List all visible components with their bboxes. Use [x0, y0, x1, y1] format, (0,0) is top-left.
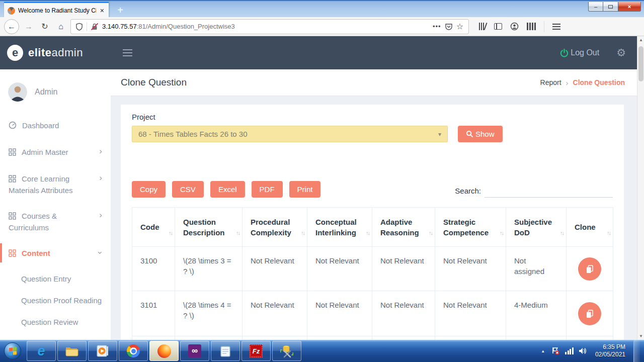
home-button[interactable]: ⌂	[54, 22, 67, 31]
sidebar-toggle-icon[interactable]	[494, 23, 502, 30]
column-header-question-description[interactable]: Question Description↑↓	[175, 208, 243, 247]
breadcrumb-parent[interactable]: Report	[540, 78, 561, 86]
bookmark-star-icon[interactable]: ☆	[456, 22, 464, 31]
scroll-up-icon[interactable]: ▲	[637, 36, 644, 44]
menu-hamburger-icon[interactable]	[552, 24, 560, 30]
copy-button[interactable]: Copy	[132, 181, 166, 198]
project-select[interactable]: 68 - Times Tables Facts 26 to 30 ▾	[132, 126, 448, 142]
brand-logo-icon: e	[7, 45, 23, 61]
browser-toolbar: ← → ↻ ⌂ 3.140.75.57:81/Admin/Question_Pr…	[0, 17, 644, 36]
media-player-icon	[96, 344, 109, 357]
sidebar-item-admin-master[interactable]: Admin Master ›	[0, 139, 111, 166]
sidebar-hamburger-icon[interactable]	[123, 49, 132, 56]
logout-button[interactable]: Log Out	[559, 48, 599, 58]
excel-button[interactable]: Excel	[210, 181, 245, 198]
column-header-strategic-competence[interactable]: Strategic Competence↑↓	[435, 208, 506, 247]
chevron-right-icon: ›	[99, 146, 102, 156]
sidebar-item-courses[interactable]: Courses & Curriculums ›	[0, 203, 111, 240]
filezilla-icon: Fz	[250, 344, 263, 357]
cell-conceptual: Not Relevant	[307, 291, 372, 336]
show-button[interactable]: Show	[458, 126, 503, 142]
clone-button[interactable]	[578, 302, 601, 325]
taskbar-notepad-button[interactable]	[211, 341, 240, 361]
show-desktop-button[interactable]	[633, 340, 640, 362]
avatar	[8, 82, 27, 102]
action-center-flag-icon[interactable]	[551, 347, 560, 355]
taskbar-clock[interactable]: 6:35 PM 02/05/2021	[592, 343, 628, 358]
column-header-subjective-dod[interactable]: Subjective DoD↑↓	[506, 208, 567, 247]
cell-clone	[567, 247, 613, 291]
print-button[interactable]: Print	[289, 181, 321, 198]
maximize-button[interactable]	[603, 2, 618, 12]
taskbar-chrome-button[interactable]	[119, 341, 148, 361]
taskbar-mediaplayer-button[interactable]	[88, 341, 117, 361]
network-signal-icon[interactable]	[565, 347, 574, 354]
column-header-procedural-complexity[interactable]: Procedural Complexity↑↓	[243, 208, 307, 247]
content-card: Project 68 - Times Tables Facts 26 to 30…	[121, 105, 624, 340]
shield-icon[interactable]	[75, 23, 83, 31]
pocket-icon[interactable]	[445, 23, 453, 31]
sidebar-user[interactable]: Admin	[0, 69, 111, 106]
sidebar-item-dashboard[interactable]: Dashboard	[0, 113, 111, 139]
browser-tab[interactable]: Welcome to Radiant Study Circ ×	[4, 2, 109, 18]
column-header-clone[interactable]: Clone↑↓	[567, 208, 613, 247]
csv-button[interactable]: CSV	[172, 181, 204, 198]
brand-text: eliteadmin	[28, 46, 83, 59]
close-button[interactable]: ×	[618, 2, 641, 12]
toolbar-right-icons	[479, 21, 560, 32]
insecure-lock-icon[interactable]	[91, 23, 99, 31]
cell-adaptive: Not Relevant	[372, 247, 435, 291]
tab-close-icon[interactable]: ×	[99, 7, 105, 15]
volume-icon[interactable]	[579, 347, 587, 355]
submenu-item-question-review[interactable]: Question Review	[21, 311, 111, 333]
start-button[interactable]	[4, 342, 21, 359]
page-scrollbar[interactable]: ▲ ▼	[637, 36, 644, 340]
sidebar-item-label: Core Learning Materials Attributes	[9, 174, 73, 195]
page-actions-icon[interactable]: •••	[433, 23, 441, 30]
new-tab-button[interactable]: +	[114, 4, 127, 16]
column-header-adaptive-reasoning[interactable]: Adaptive Reasoning↑↓	[372, 208, 435, 247]
back-button[interactable]: ←	[4, 19, 19, 34]
column-label: Strategic Competence	[443, 218, 489, 237]
clone-button[interactable]	[578, 257, 601, 281]
folder-icon	[65, 345, 79, 357]
sort-icon: ↑↓	[236, 228, 239, 238]
refresh-button[interactable]: ↻	[38, 22, 51, 31]
sidebar-item-core-learning[interactable]: Core Learning Materials Attributes ›	[0, 166, 111, 203]
scrollbar-thumb[interactable]	[638, 46, 643, 81]
account-icon[interactable]	[510, 22, 519, 31]
notepad-icon	[219, 344, 231, 357]
pdf-button[interactable]: PDF	[252, 181, 283, 198]
taskbar-firefox-button[interactable]	[149, 341, 179, 361]
taskbar-ie-button[interactable]: e	[27, 341, 56, 361]
minimize-button[interactable]: –	[588, 2, 603, 12]
cell-dod: 4-Medium	[506, 291, 567, 336]
tray-expand-icon[interactable]: ▴	[540, 348, 546, 353]
window-controls: – ×	[588, 2, 641, 12]
library-icon[interactable]	[479, 23, 486, 30]
url-bar[interactable]: 3.140.75.57:81/Admin/Question_Projectwis…	[70, 19, 469, 34]
gear-icon[interactable]: ⚙	[616, 47, 626, 59]
forward-button[interactable]: →	[22, 22, 35, 31]
submenu-item-question-entry[interactable]: Question Entry	[21, 268, 111, 290]
taskbar-visualstudio-button[interactable]: ∞	[180, 341, 209, 361]
sidebar-item-content[interactable]: Content ›	[0, 240, 111, 267]
brand[interactable]: e eliteadmin	[0, 45, 111, 61]
taskbar-explorer-button[interactable]	[57, 341, 87, 361]
search-input[interactable]	[485, 185, 613, 198]
internet-explorer-icon: e	[37, 343, 45, 359]
extensions-icon[interactable]	[527, 23, 536, 30]
column-header-code[interactable]: Code↑↓	[132, 208, 175, 247]
main-content: Clone Question Report › Clone Question P…	[111, 69, 637, 340]
taskbar-filezilla-button[interactable]: Fz	[242, 341, 271, 361]
column-header-conceptual-interlinking[interactable]: Conceptual Interlinking↑↓	[307, 208, 372, 247]
screen: Welcome to Radiant Study Circ × + – × ← …	[0, 0, 644, 362]
search-label: Search:	[455, 187, 481, 198]
taskbar-sqltool-button[interactable]	[272, 341, 301, 361]
submenu-item-question-proof-reading[interactable]: Question Proof Reading	[21, 290, 111, 311]
url-path: :81/Admin/Question_Projectwise3	[137, 23, 235, 30]
breadcrumb-separator-icon: ›	[566, 78, 569, 87]
filter-row: 68 - Times Tables Facts 26 to 30 ▾ Show	[132, 126, 613, 142]
scroll-down-icon[interactable]: ▼	[637, 332, 644, 340]
table-header-row: Code↑↓ Question Description↑↓ Procedural…	[132, 208, 613, 247]
